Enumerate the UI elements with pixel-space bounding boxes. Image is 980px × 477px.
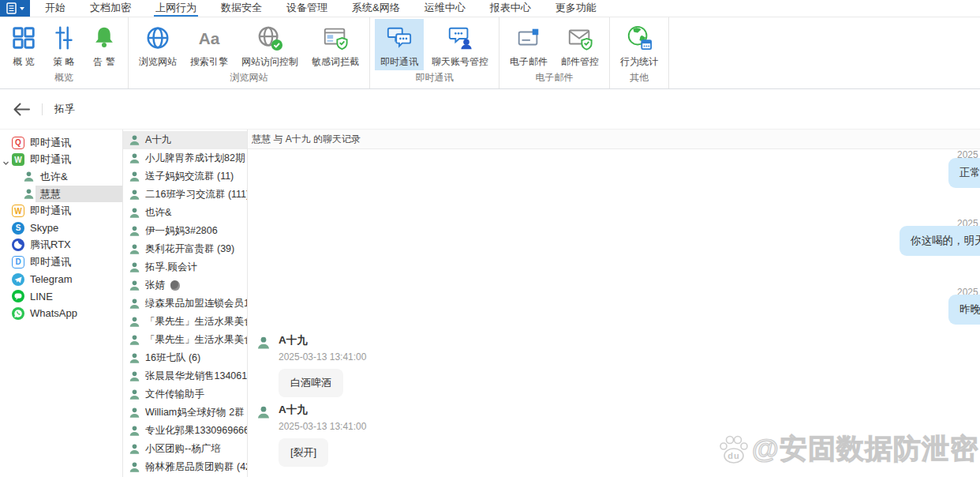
sidebar-item-skype[interactable]: Skype bbox=[0, 220, 122, 237]
chat-bubble-outgoing: 你这喝的，明天 bbox=[900, 226, 980, 256]
search-engine-button[interactable]: Aa 搜索引擎 bbox=[185, 19, 234, 70]
ribbon-group-label: 即时通讯 bbox=[370, 70, 499, 88]
sidebar-item-whatsapp[interactable]: WhatsApp bbox=[0, 305, 122, 322]
sender-name: A十九 bbox=[279, 333, 366, 347]
window-shield-icon bbox=[322, 22, 349, 54]
person-icon bbox=[129, 407, 140, 419]
sidebar-contact-huihui[interactable]: 慧慧 bbox=[0, 186, 122, 203]
person-icon bbox=[129, 316, 140, 328]
contact-list-item[interactable]: 小区团购--杨广培 bbox=[123, 440, 247, 458]
contact-list-item[interactable]: 张晨晨华龙销售13406127... bbox=[123, 367, 247, 385]
chat-message-incoming: A十九 2025-03-13 13:41:00 白酒啤酒 bbox=[256, 333, 366, 397]
chat-record-panel: 慧慧 与 A十九 的聊天记录 2025 正常 2025 你这喝的，明天 2025… bbox=[248, 130, 980, 477]
tab-report-center[interactable]: 报表中心 bbox=[488, 0, 533, 17]
ribbon-group-browsing: 浏览网站 Aa 搜索引擎 网站访问控制 bbox=[129, 17, 370, 88]
person-icon bbox=[23, 188, 35, 200]
back-button[interactable] bbox=[13, 103, 30, 116]
tab-home[interactable]: 开始 bbox=[43, 0, 67, 17]
contact-list-item[interactable]: 张婧 bbox=[123, 276, 247, 295]
person-icon bbox=[129, 207, 140, 219]
sidebar-item-wecom[interactable]: 即时通讯 bbox=[0, 202, 122, 220]
sliders-icon bbox=[50, 22, 77, 54]
tab-doc-encryption[interactable]: 文档加密 bbox=[88, 0, 133, 17]
browse-website-button[interactable]: 浏览网站 bbox=[133, 19, 182, 70]
chat-bubble-outgoing: 正常 bbox=[948, 158, 980, 188]
person-icon bbox=[129, 280, 140, 291]
alert-button[interactable]: 告 警 bbox=[85, 19, 123, 70]
policy-button[interactable]: 策 略 bbox=[45, 19, 83, 70]
contact-list-item[interactable]: 伊一妈妈3#2806 bbox=[123, 222, 247, 240]
envelope-shield-icon bbox=[567, 22, 593, 54]
contact-list-item[interactable]: 文件传输助手 bbox=[123, 385, 247, 404]
qq-icon bbox=[12, 137, 24, 149]
chat-bubbles-icon bbox=[386, 22, 413, 54]
back-arrow-icon bbox=[13, 103, 30, 116]
contact-list-item[interactable]: 翰林雅居品质团购群 (420) bbox=[123, 458, 247, 476]
globe-calendar-icon bbox=[626, 22, 653, 54]
tab-more-features[interactable]: 更多功能 bbox=[554, 0, 598, 17]
globe-check-icon bbox=[256, 22, 283, 54]
menu-bar: 开始 文档加密 上网行为 数据安全 设备管理 系统&网络 运维中心 报表中心 更… bbox=[0, 0, 980, 17]
sensitive-word-block-button[interactable]: 敏感词拦截 bbox=[306, 19, 365, 70]
email-button[interactable]: 电子邮件 bbox=[504, 19, 553, 70]
whatsapp-icon bbox=[12, 307, 24, 320]
sidebar-item-line[interactable]: LINE bbox=[0, 287, 122, 305]
person-icon bbox=[23, 171, 35, 182]
contact-list-item[interactable]: 奥利花开富贵群 (39) bbox=[123, 240, 247, 258]
overview-button[interactable]: 概 览 bbox=[5, 19, 43, 70]
contact-list-item[interactable]: William妈全球好物 2群 (5... bbox=[123, 404, 247, 422]
sender-name: A十九 bbox=[279, 403, 366, 417]
aa-text-icon: Aa bbox=[196, 22, 223, 54]
app-menu-button[interactable] bbox=[0, 0, 30, 17]
tab-data-security[interactable]: 数据安全 bbox=[219, 0, 264, 17]
chat-account-control-button[interactable]: 聊天账号管控 bbox=[426, 19, 494, 70]
person-icon bbox=[129, 152, 140, 164]
chat-bubble-incoming: [裂开] bbox=[279, 438, 328, 467]
person-icon bbox=[129, 189, 140, 201]
tab-system-network[interactable]: 系统&网络 bbox=[350, 0, 402, 17]
wechat-icon bbox=[12, 153, 24, 166]
sidebar-item-dingtalk[interactable]: 即时通讯 bbox=[0, 254, 122, 271]
sidebar-item-rtx[interactable]: 腾讯RTX bbox=[0, 237, 122, 254]
contact-list-item[interactable]: 16班七队 (6) bbox=[123, 349, 247, 367]
chat-bubble-incoming: 白酒啤酒 bbox=[279, 369, 343, 397]
contact-list-item[interactable]: 专业化郭果13309696668 bbox=[123, 422, 247, 440]
chat-message-incoming: A十九 2025-03-13 13:41:00 [裂开] bbox=[256, 403, 366, 467]
message-timestamp: 2025-03-13 13:41:00 bbox=[279, 351, 366, 362]
caret-down-icon bbox=[20, 7, 24, 10]
behavior-stats-button[interactable]: 行为统计 bbox=[615, 19, 664, 70]
contact-list-item[interactable]: 「果先生」生活水果美食3... bbox=[123, 331, 247, 349]
message-timestamp: 2025-03-13 13:41:00 bbox=[279, 421, 366, 432]
person-icon bbox=[129, 171, 140, 182]
contact-list-item[interactable]: A十九 bbox=[123, 131, 247, 149]
tab-ops-center[interactable]: 运维中心 bbox=[423, 0, 467, 17]
person-icon bbox=[129, 243, 140, 255]
sidebar-item-wechat[interactable]: 即时通讯 bbox=[0, 152, 122, 169]
main-content: 即时通讯 即时通讯 也许& 慧慧 即时通讯 Skype bbox=[0, 130, 980, 477]
contact-list-item[interactable]: 也许& bbox=[123, 204, 247, 222]
tab-internet-behavior[interactable]: 上网行为 bbox=[154, 0, 198, 17]
tab-device-management[interactable]: 设备管理 bbox=[285, 0, 329, 17]
contact-list-item[interactable]: 拓孚.顾会计 bbox=[123, 258, 247, 276]
contact-list-item[interactable]: 小儿脾胃养成计划82期 (120) bbox=[123, 149, 247, 167]
mail-card-icon bbox=[515, 22, 542, 54]
sidebar-contact-yexu[interactable]: 也许& bbox=[0, 168, 122, 186]
person-icon bbox=[129, 352, 140, 364]
contact-list-item[interactable]: 「果先生」生活水果美食3... bbox=[123, 313, 247, 331]
ribbon-group-email: 电子邮件 邮件管控 电子邮件 bbox=[499, 17, 610, 88]
line-icon bbox=[12, 290, 24, 302]
rtx-icon bbox=[12, 238, 24, 251]
sidebar-item-telegram[interactable]: Telegram bbox=[0, 271, 122, 288]
mail-control-button[interactable]: 邮件管控 bbox=[555, 19, 604, 70]
contact-list-item[interactable]: 二16班学习交流群 (111) bbox=[123, 186, 247, 204]
grid-icon bbox=[10, 22, 37, 54]
contact-list-item[interactable]: 绿森果品加盟连锁会员13... bbox=[123, 295, 247, 313]
contact-list-item[interactable]: 送子妈妈交流群 (11) bbox=[123, 167, 247, 186]
telegram-icon bbox=[12, 273, 24, 286]
sidebar-item-qq[interactable]: 即时通讯 bbox=[0, 134, 122, 152]
dark-blob-emoji bbox=[170, 280, 180, 291]
ribbon-group-label: 浏览网站 bbox=[129, 70, 369, 88]
site-access-control-button[interactable]: 网站访问控制 bbox=[236, 19, 304, 70]
chevron-down-icon[interactable] bbox=[2, 157, 9, 169]
instant-messaging-button[interactable]: 即时通讯 bbox=[375, 19, 424, 70]
